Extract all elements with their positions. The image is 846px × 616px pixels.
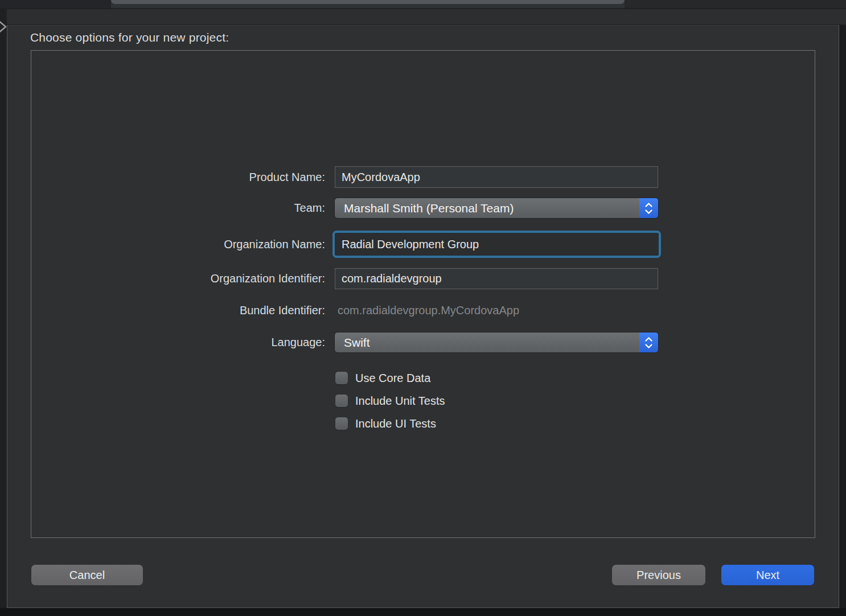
previous-button[interactable]: Previous [612,565,705,585]
organization-name-label: Organization Name: [7,231,325,258]
language-label: Language: [7,332,325,352]
organization-name-input[interactable] [335,233,659,256]
background-left-edge [0,9,7,616]
product-name-label: Product Name: [7,166,325,188]
organization-identifier-label: Organization Identifier: [7,268,325,289]
include-unit-tests-label: Include Unit Tests [355,395,445,408]
include-ui-tests-label: Include UI Tests [355,417,436,430]
background-toolbar-field [111,0,625,4]
new-project-options-sheet: Choose options for your new project: Pro… [7,25,839,608]
team-stepper-chevrons-icon [639,198,658,218]
include-unit-tests-row: Include Unit Tests [335,394,445,408]
include-unit-tests-checkbox[interactable] [335,395,348,407]
organization-identifier-row: Organization Identifier: [7,268,840,289]
team-label: Team: [7,198,325,218]
language-selected-value: Swift [344,332,370,352]
organization-name-focus-ring [332,231,661,258]
language-select[interactable]: Swift [335,332,658,352]
team-row: Team: Marshall Smith (Personal Team) [7,198,840,218]
use-core-data-label: Use Core Data [355,372,430,385]
sheet-title: Choose options for your new project: [30,26,229,50]
include-ui-tests-row: Include UI Tests [335,417,436,430]
background-window-toolbar [0,0,846,25]
background-tab-strip-right [625,0,846,8]
organization-name-row: Organization Name: [7,231,840,258]
toolbar-divider-top [0,8,846,9]
team-selected-value: Marshall Smith (Personal Team) [344,198,514,218]
next-button[interactable]: Next [721,565,814,585]
language-stepper-chevrons-icon [639,332,658,352]
product-name-input[interactable] [335,166,658,188]
team-select[interactable]: Marshall Smith (Personal Team) [335,198,658,218]
background-bottom-edge [0,608,846,616]
use-core-data-checkbox[interactable] [335,372,348,384]
bundle-identifier-label: Bundle Identifier: [7,302,325,319]
product-name-row: Product Name: [7,166,840,188]
bundle-identifier-value: com.radialdevgroup.MyCordovaApp [338,302,519,319]
background-tab-strip-left [0,0,111,8]
language-row: Language: Swift [7,332,840,352]
use-core-data-row: Use Core Data [335,371,430,385]
include-ui-tests-checkbox[interactable] [335,417,348,430]
options-panel [31,50,815,538]
bundle-identifier-row: Bundle Identifier: com.radialdevgroup.My… [7,302,840,319]
organization-identifier-input[interactable] [335,268,658,289]
cancel-button[interactable]: Cancel [31,565,143,585]
disclosure-chevron-icon [0,17,7,36]
background-right-edge [839,25,846,616]
